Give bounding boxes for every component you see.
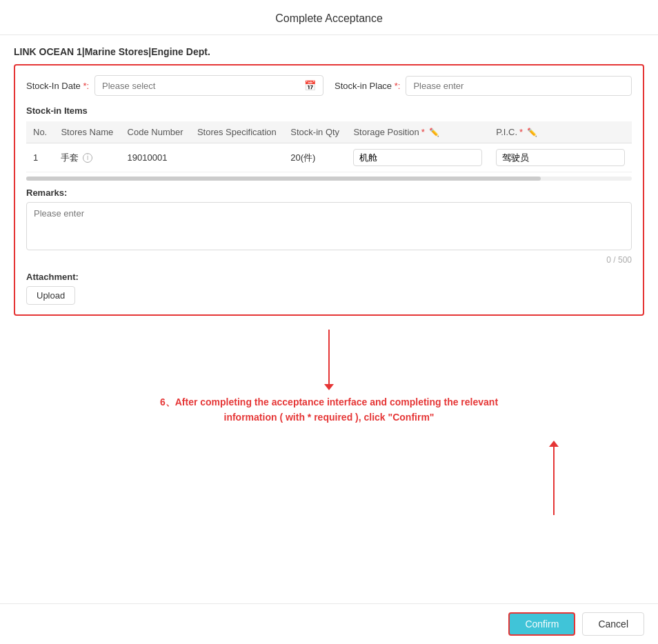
calendar-icon: 📅 [304, 80, 316, 91]
table-scrollbar[interactable] [26, 177, 632, 181]
down-arrow [328, 330, 330, 385]
upload-button[interactable]: Upload [26, 286, 75, 305]
remarks-label: Remarks: [26, 188, 632, 198]
stock-in-date-input[interactable] [102, 81, 300, 91]
cell-code-number: 19010001 [121, 143, 190, 172]
stock-in-table: No. Stores Name Code Number Stores Speci… [26, 121, 632, 172]
col-stores-name: Stores Name [54, 121, 120, 143]
stock-in-place-input[interactable] [406, 76, 632, 96]
attachment-label: Attachment: [26, 272, 632, 282]
annotation-text: 6、After completing the acceptance interf… [136, 394, 522, 425]
attachment-section: Attachment: Upload [26, 272, 632, 305]
cell-pic[interactable] [489, 143, 632, 172]
stock-in-items-title: Stock-in Items [26, 105, 632, 116]
form-top-row: Stock-In Date *: 📅 Stock-in Place *: [26, 75, 632, 96]
stock-in-date-label: Stock-In Date *: [26, 81, 89, 91]
table-row: 1 手套 i 19010001 20(件) [26, 143, 632, 172]
cell-no: 1 [26, 143, 54, 172]
table-header-row: No. Stores Name Code Number Stores Speci… [26, 121, 632, 143]
page-title: Complete Acceptance [0, 0, 658, 35]
remarks-textarea[interactable] [26, 202, 632, 250]
vessel-info: LINK OCEAN 1|Marine Stores|Engine Dept. [14, 46, 644, 57]
annotation-area: 6、After completing the acceptance interf… [14, 330, 644, 529]
col-code-number: Code Number [121, 121, 190, 143]
remarks-char-count: 0 / 500 [26, 255, 632, 265]
col-no: No. [26, 121, 54, 143]
pic-edit-icon[interactable]: ✏️ [527, 128, 537, 137]
main-content: LINK OCEAN 1|Marine Stores|Engine Dept. … [0, 35, 658, 540]
cell-stores-spec [190, 143, 283, 172]
form-card: Stock-In Date *: 📅 Stock-in Place *: Sto… [14, 64, 644, 316]
stock-in-place-label: Stock-in Place *: [335, 81, 400, 91]
pic-cell-input[interactable] [496, 149, 625, 166]
col-storage-position: Storage Position * ✏️ [346, 121, 489, 143]
col-pic: P.I.C. * ✏️ [489, 121, 632, 143]
cell-storage-position[interactable] [346, 143, 489, 172]
stock-in-table-container: No. Stores Name Code Number Stores Speci… [26, 121, 632, 172]
cell-stores-name: 手套 i [54, 143, 120, 172]
stock-in-place-group: Stock-in Place *: [335, 76, 632, 96]
stores-name-info-icon[interactable]: i [83, 153, 92, 163]
stock-in-date-input-wrapper[interactable]: 📅 [94, 75, 323, 96]
remarks-section: Remarks: 0 / 500 [26, 188, 632, 265]
storage-position-cell-input[interactable] [353, 149, 482, 166]
cell-stock-in-qty: 20(件) [283, 143, 346, 172]
up-arrow [553, 446, 555, 515]
col-stores-spec: Stores Specification [190, 121, 283, 143]
storage-position-edit-icon[interactable]: ✏️ [429, 128, 439, 137]
col-stock-in-qty: Stock-in Qty [283, 121, 346, 143]
stock-in-date-group: Stock-In Date *: 📅 [26, 75, 323, 96]
up-arrow-container [14, 446, 644, 515]
